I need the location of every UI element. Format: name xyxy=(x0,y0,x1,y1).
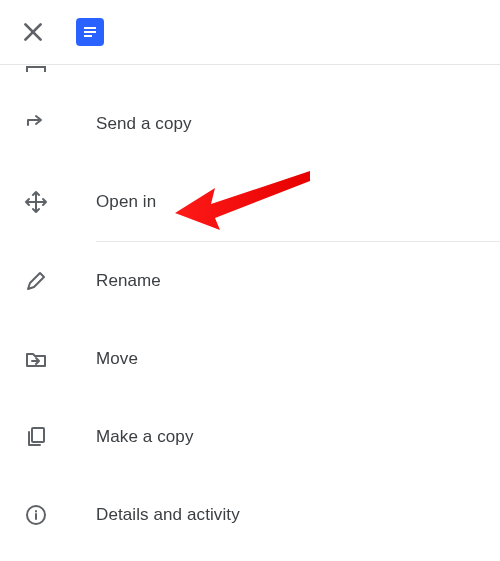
menu-label: Details and activity xyxy=(96,505,240,525)
menu-item-partial[interactable]: . xyxy=(0,65,500,85)
menu-item-details[interactable]: Details and activity xyxy=(0,476,500,554)
svg-rect-5 xyxy=(26,66,46,68)
menu-item-send-copy[interactable]: Send a copy xyxy=(0,85,500,163)
open-in-icon xyxy=(24,190,48,214)
svg-rect-3 xyxy=(84,31,96,33)
svg-rect-4 xyxy=(84,35,92,37)
menu-item-make-copy[interactable]: Make a copy xyxy=(0,398,500,476)
menu-item-open-in[interactable]: Open in xyxy=(0,163,500,241)
rename-icon xyxy=(24,269,48,293)
menu-label: Send a copy xyxy=(96,114,192,134)
menu-item-move[interactable]: Move xyxy=(0,320,500,398)
docs-logo xyxy=(76,18,104,46)
send-icon xyxy=(24,112,48,136)
svg-rect-8 xyxy=(32,428,44,442)
menu-label: Open in xyxy=(96,192,156,212)
docs-icon xyxy=(82,24,98,40)
svg-rect-6 xyxy=(26,66,28,72)
action-menu: . Send a copy Open in Rename xyxy=(0,65,500,554)
menu-label: Make a copy xyxy=(96,427,193,447)
svg-rect-2 xyxy=(84,27,96,29)
menu-item-rename[interactable]: Rename xyxy=(0,242,500,320)
close-button[interactable] xyxy=(20,19,46,45)
info-icon xyxy=(24,503,48,527)
menu-label: Move xyxy=(96,349,138,369)
menu-label: Rename xyxy=(96,271,161,291)
svg-rect-7 xyxy=(44,66,46,72)
move-icon xyxy=(24,347,48,371)
header-bar xyxy=(0,0,500,65)
close-icon xyxy=(20,19,46,45)
partial-icon xyxy=(24,65,48,83)
copy-icon xyxy=(24,425,48,449)
